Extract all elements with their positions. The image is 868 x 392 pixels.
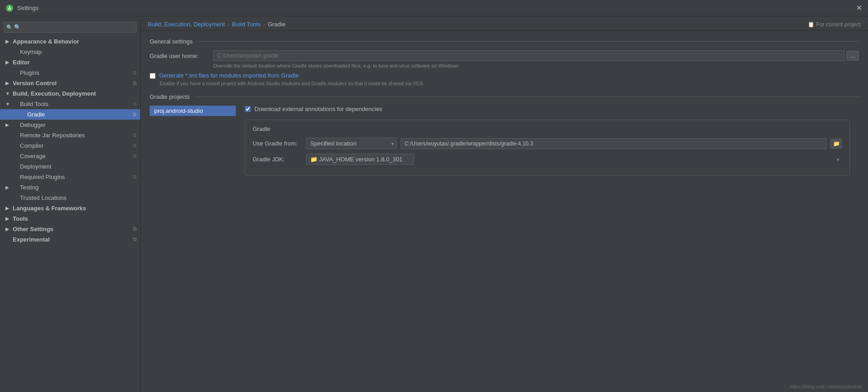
sidebar-item-label: Compiler — [20, 142, 44, 149]
project-list: proj.android-studio — [150, 106, 236, 116]
breadcrumb-sep1: › — [228, 21, 229, 28]
gradle-projects-label: Gradle projects — [150, 93, 190, 100]
sidebar-item-label: Tools — [13, 215, 28, 222]
sidebar-item-compiler[interactable]: Compiler ⧉ — [0, 140, 140, 151]
chevron-icon — [5, 133, 11, 138]
chevron-icon — [5, 174, 11, 179]
gradle-path-input[interactable] — [400, 138, 827, 149]
sidebar-item-testing[interactable]: ▶ Testing — [0, 182, 140, 193]
download-checkbox[interactable] — [245, 106, 251, 112]
app-icon: A — [5, 4, 14, 12]
copy-icon: ⧉ — [133, 153, 137, 159]
breadcrumb: Build, Execution, Deployment › Build Too… — [141, 16, 868, 31]
sidebar-item-deployment[interactable]: Deployment — [0, 161, 140, 172]
sidebar-item-trusted-locations[interactable]: Trusted Locations — [0, 193, 140, 203]
gradle-jdk-row: Gradle JDK: 📁 JAVA_HOME version 1.8.0_30… — [253, 154, 842, 165]
sidebar-item-appearance-behavior[interactable]: ▶ Appearance & Behavior — [0, 36, 140, 47]
sidebar: 🔍 ▶ Appearance & Behavior Keymap ▶ Edito… — [0, 16, 141, 392]
sidebar-item-experimental[interactable]: Experimental ⧉ — [0, 234, 140, 245]
search-icon: 🔍 — [6, 24, 13, 30]
gradle-jdk-label: Gradle JDK: — [253, 156, 302, 163]
footer-url: https://blog.csdn.net/wuyutaoktm — [790, 384, 863, 389]
chevron-icon: ▶ — [5, 60, 11, 65]
chevron-icon: ▶ — [5, 39, 11, 44]
sidebar-item-keymap[interactable]: Keymap — [0, 47, 140, 57]
use-gradle-label: Use Gradle from: — [253, 140, 302, 147]
sidebar-item-coverage[interactable]: Coverage ⧉ — [0, 151, 140, 161]
sidebar-item-label: Testing — [20, 184, 39, 191]
gradle-path-browse-button[interactable]: 📁 — [830, 139, 842, 149]
iml-checkbox[interactable] — [150, 73, 156, 79]
search-box: 🔍 — [4, 22, 137, 33]
folder-icon: 📁 — [833, 140, 840, 147]
gradle-projects-layout: proj.android-studio Download external an… — [150, 106, 859, 175]
main-content: 🔍 ▶ Appearance & Behavior Keymap ▶ Edito… — [0, 16, 868, 392]
gradle-home-input[interactable] — [213, 50, 844, 61]
copy-icon: ⧉ — [133, 132, 137, 138]
settings-content: General settings Gradle user home: ... O… — [141, 31, 868, 392]
sidebar-item-label: Appearance & Behavior — [13, 38, 79, 45]
window-title: Settings — [17, 5, 855, 11]
chevron-icon: ▶ — [5, 122, 11, 127]
copy-icon: ⧉ — [133, 237, 137, 242]
close-button[interactable]: ✕ — [855, 5, 863, 12]
general-settings-label: General settings — [150, 38, 193, 45]
sidebar-item-label: Trusted Locations — [20, 194, 67, 201]
gradle-projects-section: Gradle projects proj.android-studio — [150, 93, 859, 175]
sidebar-item-build-tools[interactable]: ▼ Build Tools ⧉ — [0, 99, 140, 109]
chevron-icon — [5, 49, 11, 54]
sidebar-item-debugger[interactable]: ▶ Debugger — [0, 120, 140, 130]
gradle-home-label: Gradle user home: — [150, 53, 213, 59]
gradle-home-browse-button[interactable]: ... — [846, 51, 859, 61]
search-input[interactable] — [4, 22, 137, 33]
breadcrumb-sep2: › — [263, 21, 265, 28]
sidebar-item-label: Deployment — [20, 163, 51, 170]
gradle-home-hint: Override the default location where Grad… — [213, 63, 859, 68]
breadcrumb-part3: Gradle — [268, 21, 285, 28]
chevron-icon — [5, 112, 11, 117]
note-icon: 📋 — [808, 21, 814, 28]
sidebar-item-remote-jar[interactable]: Remote Jar Repositories ⧉ — [0, 130, 140, 140]
breadcrumb-note: 📋 For current project — [808, 21, 861, 28]
iml-checkbox-row: Generate *.iml files for modules importe… — [150, 72, 859, 86]
copy-icon: ⧉ — [133, 80, 137, 86]
gradle-home-input-wrap: ... — [213, 50, 859, 61]
download-checkbox-row: Download external annotations for depend… — [245, 106, 850, 112]
sidebar-item-label: Languages & Frameworks — [13, 205, 86, 212]
sidebar-item-editor[interactable]: ▶ Editor — [0, 57, 140, 68]
sidebar-item-gradle[interactable]: Gradle ⧉ — [0, 109, 140, 120]
breadcrumb-part2[interactable]: Build Tools — [232, 21, 261, 28]
chevron-icon — [5, 70, 11, 75]
project-list-item[interactable]: proj.android-studio — [150, 106, 236, 116]
gradle-sub-title: Gradle — [253, 126, 842, 132]
sidebar-item-label: Build Tools — [20, 101, 49, 107]
sidebar-item-label: Experimental — [13, 236, 50, 243]
chevron-icon — [5, 143, 11, 148]
breadcrumb-part1[interactable]: Build, Execution, Deployment — [148, 21, 225, 28]
titlebar: A Settings ✕ — [0, 0, 868, 16]
chevron-icon — [5, 195, 11, 200]
jdk-select[interactable]: 📁 JAVA_HOME version 1.8.0_301 — [306, 154, 414, 165]
sidebar-item-version-control[interactable]: ▶ Version Control ⧉ — [0, 78, 140, 88]
iml-checkbox-label[interactable]: Generate *.iml files for modules importe… — [159, 72, 299, 79]
sidebar-item-plugins[interactable]: Plugins ⧉ — [0, 68, 140, 78]
sidebar-item-build-execution-deployment[interactable]: ▼ Build, Execution, Deployment — [0, 88, 140, 99]
sidebar-item-label: Coverage — [20, 153, 45, 160]
chevron-icon: ▶ — [5, 206, 11, 211]
sidebar-item-label: Debugger — [20, 121, 46, 128]
chevron-icon: ▼ — [5, 102, 11, 106]
sidebar-item-other-settings[interactable]: ▶ Other Settings ⧉ — [0, 224, 140, 234]
sidebar-item-tools[interactable]: ▶ Tools — [0, 213, 140, 224]
chevron-icon — [5, 237, 11, 242]
sidebar-item-languages-frameworks[interactable]: ▶ Languages & Frameworks — [0, 203, 140, 213]
sidebar-item-label: Editor — [13, 59, 30, 66]
use-gradle-select[interactable]: Specified location gradle-wrapper.proper… — [306, 138, 397, 149]
sidebar-item-label: Other Settings — [13, 226, 54, 232]
copy-icon: ⧉ — [133, 70, 137, 76]
copy-icon: ⧉ — [133, 111, 137, 117]
sidebar-item-label: Plugins — [20, 69, 39, 76]
gradle-sub-section: Gradle Use Gradle from: Specified locati… — [245, 120, 850, 175]
sidebar-item-required-plugins[interactable]: Required Plugins ⧉ — [0, 172, 140, 182]
download-checkbox-label[interactable]: Download external annotations for depend… — [254, 106, 382, 112]
iml-checkbox-desc: Enable if you have a mixed project with … — [160, 81, 859, 86]
